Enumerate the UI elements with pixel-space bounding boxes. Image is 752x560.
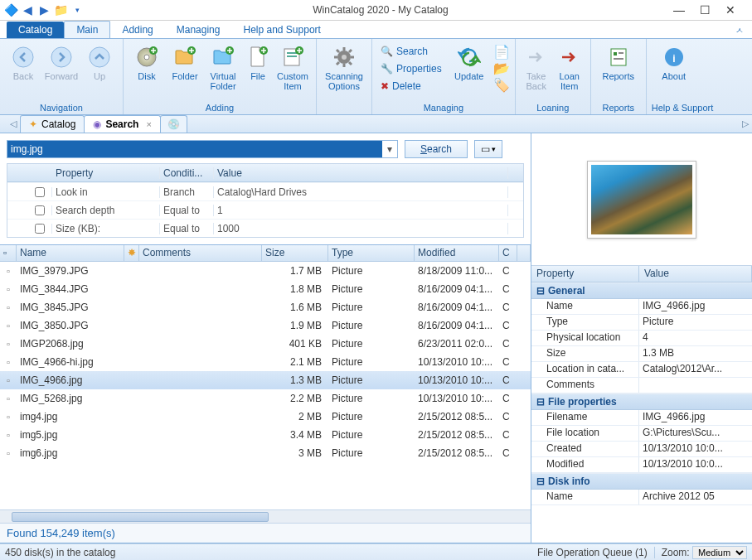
property-row[interactable]: NameIMG_4966.jpg — [531, 299, 752, 315]
scanning-options-button[interactable]: Scanning Options — [322, 41, 366, 91]
zoom-select[interactable]: Medium — [692, 546, 747, 559]
search-dropdown-icon[interactable]: ▾ — [382, 141, 397, 157]
reports-icon — [605, 44, 632, 70]
props-section-diskinfo[interactable]: ⊟Disk info — [531, 473, 752, 490]
tabs-scroll-right-icon[interactable]: ▷ — [739, 118, 752, 129]
table-row[interactable]: ▫img6.jpg3 MBPicture2/15/2012 08:5...C — [0, 444, 531, 462]
criteria-checkbox[interactable] — [35, 187, 45, 197]
props-col-value[interactable]: Value — [639, 266, 752, 282]
reports-button[interactable]: Reports — [596, 41, 641, 81]
managing-delete-button[interactable]: ✖Delete — [377, 78, 445, 94]
add-virtual-folder-button[interactable]: Virtual Folder — [205, 41, 241, 91]
property-row[interactable]: Comments — [531, 378, 752, 393]
gear-icon — [331, 44, 357, 70]
tab-adding[interactable]: Adding — [110, 22, 164, 38]
results-col-modified[interactable]: Modified — [415, 245, 499, 261]
add-custom-item-button[interactable]: Custom Item — [274, 41, 311, 91]
results-col-type[interactable]: Type — [328, 245, 415, 261]
add-file-button[interactable]: File — [243, 41, 273, 81]
add-folder-button[interactable]: Folder — [167, 41, 203, 81]
managing-extra3-icon[interactable]: 🏷️ — [493, 77, 510, 93]
view-options-button[interactable]: ▭▾ — [474, 140, 502, 158]
nav-forward-button[interactable]: Forward — [43, 41, 80, 81]
table-row[interactable]: ▫IMG_3845.JPG1.6 MBPicture8/16/2009 04:1… — [0, 298, 531, 316]
qat-dropdown-icon[interactable]: ▾ — [70, 2, 85, 17]
results-col-size[interactable]: Size — [262, 245, 328, 261]
table-row[interactable]: ▫IMG_5268.jpg2.2 MBPicture10/13/2010 10:… — [0, 389, 531, 408]
nav-back-button[interactable]: Back — [5, 41, 41, 81]
close-button[interactable]: ✕ — [725, 3, 735, 17]
managing-search-button[interactable]: 🔍Search — [377, 43, 445, 60]
disk-icon — [133, 44, 160, 70]
property-row[interactable]: FilenameIMG_4966.jpg — [531, 410, 752, 426]
results-col-comments[interactable]: Comments — [139, 245, 262, 261]
about-button[interactable]: iAbout — [652, 41, 696, 81]
table-row[interactable]: ▫IMG_3979.JPG1.7 MBPicture8/18/2009 11:0… — [0, 262, 531, 280]
footer-queue[interactable]: File Operation Queue (1) — [537, 547, 648, 558]
property-row[interactable]: Modified10/13/2010 10:0... — [531, 457, 752, 473]
tab-close-icon[interactable]: × — [146, 119, 151, 129]
add-disk-button[interactable]: Disk — [129, 41, 165, 81]
criteria-col-condition[interactable]: Conditi... — [160, 167, 214, 179]
file-type-icon: ▫ — [0, 375, 17, 385]
tabs-scroll-left-icon[interactable]: ◁ — [7, 118, 20, 129]
criteria-col-property[interactable]: Property — [52, 167, 160, 179]
tab-help[interactable]: Help and Support — [231, 22, 332, 38]
loan-item-button[interactable]: Loan Item — [554, 41, 585, 91]
doctab-catalog[interactable]: ✦Catalog — [20, 115, 85, 133]
props-col-property[interactable]: Property — [531, 266, 639, 282]
props-section-general[interactable]: ⊟General — [531, 282, 752, 299]
property-row[interactable]: TypePicture — [531, 315, 752, 331]
take-back-button[interactable]: Take Back — [521, 41, 552, 91]
qat-forward-icon[interactable]: ▶ — [36, 2, 51, 17]
results-col-c[interactable]: C — [499, 245, 517, 261]
table-row[interactable]: ▫IMGP2068.jpg401 KBPicture6/23/2011 02:0… — [0, 335, 531, 353]
results-body[interactable]: ▫IMG_3979.JPG1.7 MBPicture8/18/2009 11:0… — [0, 262, 531, 509]
property-row[interactable]: File locationG:\Pictures\Scu... — [531, 426, 752, 442]
doctab-extra[interactable]: 💿 — [160, 115, 187, 133]
managing-properties-button[interactable]: 🔧Properties — [377, 60, 445, 77]
results-col-icon[interactable]: ▫ — [0, 245, 17, 261]
property-row[interactable]: Physical location4 — [531, 331, 752, 346]
search-input[interactable] — [7, 141, 382, 157]
search-criteria-grid: Property Conditi... Value Look inBranchC… — [7, 163, 524, 238]
table-row[interactable]: ▫img5.jpg3.4 MBPicture2/15/2012 08:5...C — [0, 426, 531, 444]
maximize-button[interactable]: ☐ — [700, 3, 711, 17]
table-row[interactable]: ▫IMG_3850.JPG1.9 MBPicture8/16/2009 04:1… — [0, 316, 531, 335]
criteria-checkbox[interactable] — [35, 205, 45, 215]
tab-catalog[interactable]: Catalog — [7, 22, 64, 38]
file-type-icon: ▫ — [0, 339, 17, 349]
tab-managing[interactable]: Managing — [165, 22, 232, 38]
update-button[interactable]: Update — [447, 41, 492, 81]
results-col-name[interactable]: Name — [17, 245, 124, 261]
managing-extra2-icon[interactable]: 📂 — [493, 60, 510, 76]
property-row[interactable]: Size1.3 MB — [531, 346, 752, 362]
property-row[interactable]: NameArchive 2012 05 — [531, 490, 752, 505]
doctab-search[interactable]: ◉Search× — [84, 115, 160, 133]
preview-pane — [531, 133, 752, 266]
qat-folder-icon[interactable]: 📁 — [53, 2, 68, 17]
svg-rect-15 — [611, 49, 626, 65]
results-col-star[interactable]: ✸ — [124, 245, 139, 261]
tab-main[interactable]: Main — [64, 21, 110, 38]
managing-extra1-icon[interactable]: 📄 — [493, 44, 510, 60]
search-button[interactable]: Search — [405, 140, 468, 158]
criteria-row[interactable]: Look inBranchCatalog\Hard Drives — [7, 182, 523, 200]
minimize-button[interactable]: — — [673, 3, 685, 17]
table-row[interactable]: ▫IMG_3844.JPG1.8 MBPicture8/16/2009 04:1… — [0, 280, 531, 298]
ribbon-collapse-icon[interactable]: ㅅ — [727, 23, 752, 38]
qat-back-icon[interactable]: ◀ — [20, 2, 35, 17]
property-row[interactable]: Created10/13/2010 10:0... — [531, 442, 752, 457]
table-row[interactable]: ▫IMG_4966-hi.jpg2.1 MBPicture10/13/2010 … — [0, 353, 531, 371]
criteria-row[interactable]: Size (KB):Equal to1000 — [7, 219, 523, 237]
table-row[interactable]: ▫IMG_4966.jpg1.3 MBPicture10/13/2010 10:… — [0, 371, 531, 389]
table-row[interactable]: ▫img4.jpg2 MBPicture2/15/2012 08:5...C — [0, 408, 531, 426]
results-hscroll[interactable] — [0, 509, 531, 523]
property-row[interactable]: Location in cata...Catalog\2012\Ar... — [531, 362, 752, 378]
nav-up-button[interactable]: Up — [81, 41, 118, 81]
results-status: Found 154,249 item(s) — [0, 523, 531, 543]
props-section-fileprops[interactable]: ⊟File properties — [531, 393, 752, 410]
criteria-checkbox[interactable] — [35, 224, 45, 234]
criteria-col-value[interactable]: Value — [214, 167, 508, 179]
criteria-row[interactable]: Search depthEqual to1 — [7, 200, 523, 219]
